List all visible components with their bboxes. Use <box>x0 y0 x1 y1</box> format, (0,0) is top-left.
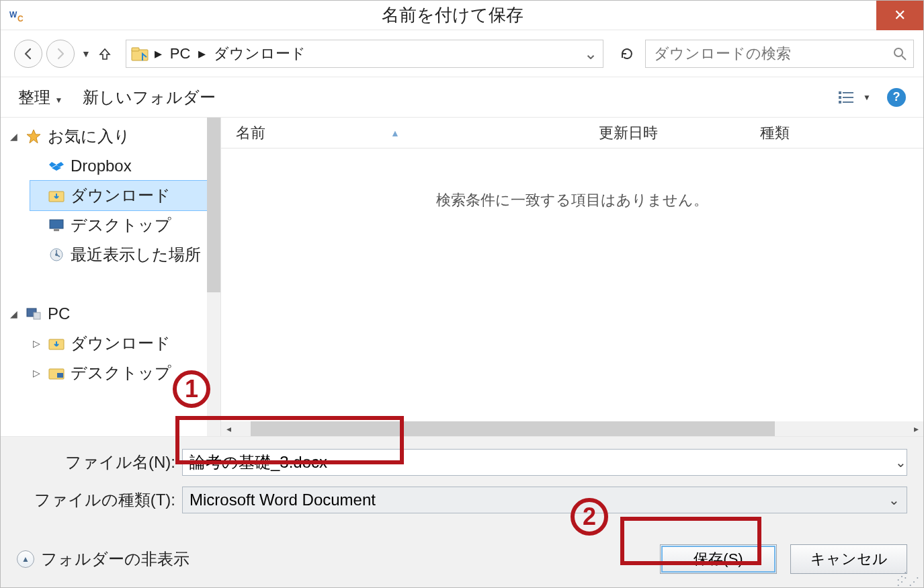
address-bar[interactable]: ▸ PC ▸ ダウンロード ⌄ <box>126 40 603 68</box>
breadcrumb-downloads[interactable]: ダウンロード <box>211 44 308 64</box>
filename-label: ファイル名(N): <box>17 452 175 473</box>
close-button[interactable]: ✕ <box>876 1 923 30</box>
expand-icon: ▷ <box>33 368 42 378</box>
dropbox-icon <box>48 157 65 175</box>
dialog-body: ◢ お気に入り Dropbox <box>1 118 923 436</box>
filename-row: ファイル名(N): ⌄ <box>17 449 907 476</box>
navigation-tree: ◢ お気に入り Dropbox <box>1 118 221 436</box>
view-options-button[interactable]: ▼ <box>839 90 871 105</box>
filetype-label: ファイルの種類(T): <box>17 489 175 511</box>
empty-message: 検索条件に一致する項目はありません。 <box>221 149 923 421</box>
svg-rect-8 <box>839 96 841 99</box>
desktop-icon <box>48 216 65 234</box>
navigation-bar: ▼ ▸ PC ▸ ダウンロード ⌄ <box>1 30 923 77</box>
address-dropdown[interactable]: ⌄ <box>583 44 599 63</box>
new-folder-button[interactable]: 新しいフォルダー <box>83 87 216 108</box>
scrollbar-thumb[interactable] <box>207 118 220 292</box>
hide-folders-toggle[interactable]: ▲ フォルダーの非表示 <box>17 548 190 570</box>
svg-rect-3 <box>132 48 139 51</box>
dialog-footer: ▲ フォルダーの非表示 保存(S) キャンセル <box>17 544 907 574</box>
svg-marker-12 <box>27 130 40 143</box>
up-button[interactable] <box>97 46 116 61</box>
chevron-down-icon[interactable]: ⌄ <box>895 454 907 470</box>
refresh-button[interactable] <box>613 40 641 68</box>
tree-pc-downloads[interactable]: ▷ ダウンロード <box>30 329 220 358</box>
search-input[interactable] <box>653 44 893 63</box>
svg-rect-11 <box>843 101 853 103</box>
tree-downloads[interactable]: ダウンロード <box>30 181 220 210</box>
tree-pc-desktop[interactable]: ▷ デスクトップ <box>30 358 220 388</box>
folder-download-icon <box>48 335 65 352</box>
breadcrumb-sep: ▸ <box>196 45 208 62</box>
window-title: 名前を付けて保存 <box>29 3 876 27</box>
chevron-down-icon: ⌄ <box>888 492 900 508</box>
svg-text:W: W <box>9 10 17 19</box>
column-date[interactable]: 更新日時 <box>599 123 760 143</box>
folder-download-icon <box>48 187 65 204</box>
filename-input[interactable] <box>183 453 895 472</box>
tree-recent[interactable]: 最近表示した場所 <box>30 240 220 269</box>
help-button[interactable]: ? <box>887 88 906 107</box>
recent-locations-dropdown[interactable]: ▼ <box>79 48 93 59</box>
svg-rect-6 <box>839 91 841 94</box>
expand-icon: ▷ <box>33 338 42 349</box>
close-icon: ✕ <box>894 7 906 24</box>
search-box[interactable] <box>645 40 914 68</box>
column-headers: 名前 ▲ 更新日時 種類 <box>221 118 923 149</box>
breadcrumb-pc[interactable]: PC <box>167 45 194 62</box>
folder-desktop-icon <box>48 364 65 382</box>
svg-rect-19 <box>34 312 40 319</box>
filename-field[interactable]: ⌄ <box>182 449 907 476</box>
star-icon <box>25 128 42 145</box>
filetype-value: Microsoft Word Document <box>190 491 376 509</box>
sidebar-scrollbar[interactable] <box>207 118 220 436</box>
toolbar: 整理 ▼ 新しいフォルダー ▼ ? <box>1 77 923 118</box>
tree-favorites[interactable]: ◢ お気に入り <box>7 122 220 151</box>
pc-icon <box>25 305 42 323</box>
tree-pc[interactable]: ◢ PC <box>7 299 220 329</box>
back-button[interactable] <box>14 40 42 68</box>
svg-text:C: C <box>17 14 24 24</box>
save-button[interactable]: 保存(S) <box>660 544 777 574</box>
scrollbar-thumb[interactable] <box>251 421 775 436</box>
view-icon <box>839 90 857 105</box>
folder-icon <box>130 44 149 63</box>
collapse-icon: ▲ <box>17 550 34 568</box>
organize-menu[interactable]: 整理 ▼ <box>18 87 62 108</box>
breadcrumb-sep: ▸ <box>152 45 165 62</box>
chevron-down-icon: ▼ <box>863 93 871 102</box>
column-name[interactable]: 名前 ▲ <box>236 123 599 143</box>
scroll-left-icon[interactable]: ◂ <box>221 423 236 434</box>
svg-rect-7 <box>843 92 853 93</box>
svg-rect-14 <box>50 220 63 228</box>
resize-grip[interactable]: ⋰⋰⋰ <box>896 574 921 585</box>
save-as-dialog: WC 名前を付けて保存 ✕ ▼ ▸ PC ▸ ダウンロード ⌄ <box>0 0 924 588</box>
svg-rect-9 <box>843 97 853 98</box>
search-icon <box>893 47 907 60</box>
horizontal-scrollbar[interactable]: ◂ ▸ <box>221 421 923 436</box>
forward-button[interactable] <box>46 40 75 68</box>
collapse-icon: ◢ <box>10 308 19 319</box>
tree-dropbox[interactable]: Dropbox <box>30 151 220 181</box>
svg-rect-22 <box>57 373 63 378</box>
sort-asc-icon: ▲ <box>390 128 400 138</box>
scroll-right-icon[interactable]: ▸ <box>909 423 923 434</box>
column-type[interactable]: 種類 <box>760 123 923 143</box>
svg-line-5 <box>902 56 906 60</box>
save-form: ファイル名(N): ⌄ ファイルの種類(T): Microsoft Word D… <box>1 436 923 587</box>
collapse-icon: ◢ <box>10 131 19 142</box>
filetype-select[interactable]: Microsoft Word Document ⌄ <box>182 487 907 513</box>
recent-icon <box>48 246 65 263</box>
svg-point-4 <box>894 48 902 56</box>
cancel-button[interactable]: キャンセル <box>790 544 907 574</box>
tree-desktop[interactable]: デスクトップ <box>30 210 220 240</box>
titlebar: WC 名前を付けて保存 ✕ <box>1 1 923 30</box>
file-list-pane: 名前 ▲ 更新日時 種類 検索条件に一致する項目はありません。 ◂ ▸ <box>221 118 923 436</box>
filetype-row: ファイルの種類(T): Microsoft Word Document ⌄ <box>17 487 907 513</box>
chevron-down-icon: ▼ <box>54 95 62 105</box>
svg-rect-15 <box>54 229 59 231</box>
app-icon: WC <box>7 5 29 26</box>
svg-rect-10 <box>839 101 841 103</box>
